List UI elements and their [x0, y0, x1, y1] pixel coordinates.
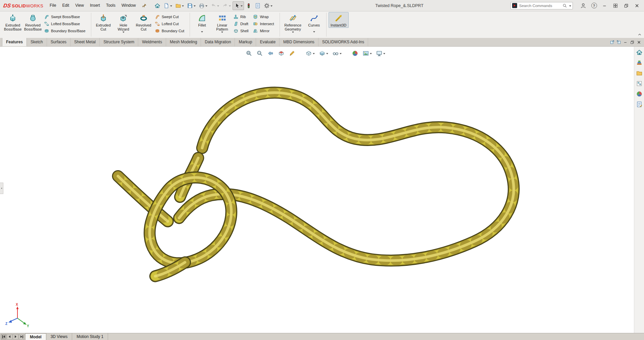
home-icon[interactable]: [153, 1, 162, 10]
tab-markup[interactable]: Markup: [235, 38, 256, 46]
hide-items-caret-icon[interactable]: [340, 53, 342, 55]
custom-properties-icon[interactable]: [635, 100, 644, 108]
open-icon[interactable]: [174, 1, 185, 10]
menu-tools[interactable]: Tools: [103, 0, 118, 11]
tab-solidworks-add-ins[interactable]: SOLIDWORKS Add-Ins: [318, 38, 368, 46]
design-library-icon[interactable]: [635, 59, 644, 67]
close-button[interactable]: [632, 1, 642, 10]
instant3d-button[interactable]: Instant3D: [329, 12, 349, 28]
pane-right-icon[interactable]: [616, 40, 621, 45]
curves-button[interactable]: Curves: [304, 12, 324, 34]
restore-button[interactable]: [621, 1, 631, 10]
zoom-fit-icon[interactable]: [245, 49, 253, 57]
menu-file[interactable]: File: [47, 0, 59, 11]
curves-caret-icon[interactable]: [313, 31, 315, 34]
first-tab-icon[interactable]: [1, 334, 6, 340]
revolved-cut-button[interactable]: RevolvedCut: [134, 12, 154, 32]
print-icon[interactable]: [197, 1, 209, 10]
boundary-boss-button[interactable]: Boundary Boss/Base: [43, 27, 89, 34]
options-gear-icon[interactable]: [262, 1, 274, 10]
tab-structure-system[interactable]: Structure System: [100, 38, 138, 46]
save-icon[interactable]: [186, 1, 197, 10]
edit-appearance-icon[interactable]: [351, 49, 359, 57]
tab-data-migration[interactable]: Data Migration: [201, 38, 235, 46]
display-style-icon[interactable]: [318, 49, 329, 57]
reference-geometry-caret-icon[interactable]: [292, 32, 294, 34]
draft-button[interactable]: Draft: [232, 20, 252, 27]
undo-icon[interactable]: [209, 1, 220, 10]
minimize-button[interactable]: [600, 1, 610, 10]
save-caret-icon[interactable]: [194, 5, 196, 8]
menu-edit[interactable]: Edit: [59, 0, 72, 11]
fillet-caret-icon[interactable]: [201, 31, 203, 34]
search-caret-icon[interactable]: [569, 5, 571, 8]
doc-close-icon[interactable]: [637, 40, 641, 45]
tab-mbd-dimensions[interactable]: MBD Dimensions: [280, 38, 318, 46]
apply-scene-caret-icon[interactable]: [370, 53, 372, 55]
print-caret-icon[interactable]: [205, 5, 207, 8]
new-document-icon[interactable]: [162, 1, 174, 10]
view-palette-icon[interactable]: [635, 80, 644, 88]
view-settings-caret-icon[interactable]: [383, 53, 385, 55]
fillet-button[interactable]: Fillet: [192, 12, 212, 34]
model-tab[interactable]: Model: [25, 333, 46, 340]
hide-items-icon[interactable]: [332, 49, 342, 57]
account-icon[interactable]: [578, 1, 588, 10]
help-icon[interactable]: ?: [589, 1, 599, 10]
doc-restore-icon[interactable]: [630, 40, 635, 45]
apply-scene-icon[interactable]: [362, 49, 373, 57]
previous-view-icon[interactable]: [266, 49, 275, 57]
search-icon[interactable]: [562, 3, 567, 8]
feature-tree-collapse-tab[interactable]: [0, 183, 3, 194]
3d-views-tab[interactable]: 3D Views: [46, 333, 72, 340]
linear-pattern-caret-icon[interactable]: [221, 32, 223, 34]
redo-icon[interactable]: [221, 1, 232, 10]
menu-view[interactable]: View: [72, 0, 87, 11]
window-layout-icon[interactable]: [610, 1, 621, 10]
extruded-boss-button[interactable]: ExtrudedBoss/Base: [3, 12, 23, 32]
tab-surfaces[interactable]: Surfaces: [47, 38, 70, 46]
wrap-button[interactable]: Wrap: [252, 13, 277, 20]
rope-model[interactable]: [0, 47, 634, 333]
lofted-boss-button[interactable]: Lofted Boss/Base: [43, 20, 89, 27]
menu-window[interactable]: Window: [118, 0, 139, 11]
previous-tab-icon[interactable]: [7, 334, 12, 340]
display-style-caret-icon[interactable]: [326, 53, 328, 55]
next-tab-icon[interactable]: [13, 334, 18, 340]
swept-boss-button[interactable]: Swept Boss/Base: [43, 13, 89, 20]
search-commands-input[interactable]: [518, 3, 561, 8]
boundary-cut-button[interactable]: Boundary Cut: [154, 27, 188, 34]
lofted-cut-button[interactable]: Lofted Cut: [154, 20, 188, 27]
doc-minimize-icon[interactable]: [623, 40, 628, 45]
linear-pattern-button[interactable]: LinearPattern: [212, 12, 232, 35]
section-view-icon[interactable]: [277, 49, 285, 57]
graphics-viewport[interactable]: X Y Z: [0, 47, 644, 333]
hole-wizard-caret-icon[interactable]: [122, 32, 125, 34]
menu-insert[interactable]: Insert: [87, 0, 103, 11]
motion-study-tab[interactable]: Motion Study 1: [72, 333, 108, 340]
swept-cut-button[interactable]: Swept Cut: [154, 13, 188, 20]
open-caret-icon[interactable]: [182, 5, 184, 8]
resources-home-icon[interactable]: [635, 48, 644, 56]
view-settings-icon[interactable]: [375, 49, 386, 57]
pane-left-icon[interactable]: [610, 40, 614, 45]
shell-button[interactable]: Shell: [232, 27, 252, 34]
search-commands-box[interactable]: [510, 2, 573, 9]
pin-menu-icon[interactable]: [139, 3, 150, 8]
tab-weldments[interactable]: Weldments: [138, 38, 166, 46]
appearances-icon[interactable]: [635, 90, 644, 98]
revolved-boss-button[interactable]: RevolvedBoss/Base: [23, 12, 43, 32]
hole-wizard-button[interactable]: HoleWizard: [113, 12, 134, 35]
reference-geometry-button[interactable]: ReferenceGeometry: [282, 12, 304, 35]
tab-evaluate[interactable]: Evaluate: [256, 38, 280, 46]
select-cursor-icon[interactable]: [233, 1, 244, 10]
intersect-button[interactable]: Intersect: [252, 20, 277, 27]
mirror-button[interactable]: Mirror: [252, 27, 277, 34]
zoom-area-icon[interactable]: [256, 49, 264, 57]
annotation-icon[interactable]: [288, 49, 296, 57]
redo-caret-icon[interactable]: [229, 5, 231, 8]
rib-button[interactable]: Rib: [232, 13, 252, 20]
view-orientation-caret-icon[interactable]: [313, 53, 315, 55]
file-explorer-icon[interactable]: [635, 69, 644, 77]
last-tab-icon[interactable]: [19, 334, 24, 340]
